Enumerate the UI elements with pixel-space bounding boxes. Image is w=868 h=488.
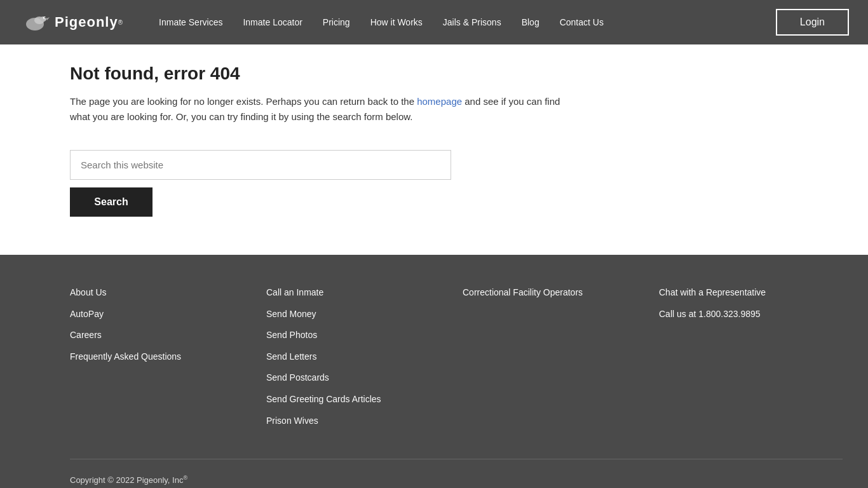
footer-call-inmate[interactable]: Call an Inmate [266, 287, 450, 299]
footer-col-3: Correctional Facility Operators [463, 287, 646, 427]
footer-send-money[interactable]: Send Money [266, 308, 450, 321]
header: Pigeonly ® Inmate Services Inmate Locato… [0, 0, 868, 44]
search-form: Search [70, 150, 451, 217]
footer-col-2: Call an Inmate Send Money Send Photos Se… [266, 287, 450, 427]
main-content: Not found, error 404 The page you are lo… [0, 44, 868, 255]
footer-bottom: Copyright © 2022 Pigeonly, Inc® Terms of… [70, 459, 843, 488]
footer-about-us[interactable]: About Us [70, 287, 254, 299]
footer-send-photos[interactable]: Send Photos [266, 329, 450, 342]
footer-autopay[interactable]: AutoPay [70, 308, 254, 321]
svg-point-5 [44, 17, 46, 18]
error-title: Not found, error 404 [70, 64, 843, 84]
logo[interactable]: Pigeonly ® [19, 6, 123, 38]
footer-send-greeting-cards[interactable]: Send Greeting Cards Articles [266, 393, 450, 406]
footer-send-postcards[interactable]: Send Postcards [266, 372, 450, 384]
nav-contact-us[interactable]: Contact Us [550, 17, 614, 27]
footer-col-4: Chat with a Representative Call us at 1.… [659, 287, 843, 427]
footer-prison-wives[interactable]: Prison Wives [266, 415, 450, 428]
error-desc-before: The page you are looking for no longer e… [70, 96, 417, 107]
homepage-link[interactable]: homepage [417, 96, 462, 107]
search-input[interactable] [70, 150, 451, 180]
footer-copyright: Copyright © 2022 Pigeonly, Inc® [70, 475, 843, 485]
search-button[interactable]: Search [70, 187, 153, 217]
error-description: The page you are looking for no longer e… [70, 94, 578, 125]
footer-correctional-facility[interactable]: Correctional Facility Operators [463, 287, 646, 299]
footer-send-letters[interactable]: Send Letters [266, 351, 450, 363]
footer-call-us[interactable]: Call us at 1.800.323.9895 [659, 308, 843, 321]
nav-jails-prisons[interactable]: Jails & Prisons [433, 17, 512, 27]
nav-inmate-services[interactable]: Inmate Services [149, 17, 233, 27]
logo-text: Pigeonly [55, 14, 118, 30]
login-button[interactable]: Login [776, 9, 849, 36]
nav-how-it-works[interactable]: How it Works [360, 17, 433, 27]
footer: About Us AutoPay Careers Frequently Aske… [0, 255, 868, 488]
footer-chat-rep[interactable]: Chat with a Representative [659, 287, 843, 299]
nav-blog[interactable]: Blog [512, 17, 550, 27]
main-nav: Inmate Services Inmate Locator Pricing H… [149, 17, 776, 27]
footer-careers[interactable]: Careers [70, 329, 254, 342]
svg-marker-3 [46, 17, 50, 20]
nav-pricing[interactable]: Pricing [313, 17, 360, 27]
footer-faq[interactable]: Frequently Asked Questions [70, 351, 254, 363]
nav-inmate-locator[interactable]: Inmate Locator [233, 17, 312, 27]
footer-col-1: About Us AutoPay Careers Frequently Aske… [70, 287, 254, 427]
footer-grid: About Us AutoPay Careers Frequently Aske… [70, 287, 843, 427]
